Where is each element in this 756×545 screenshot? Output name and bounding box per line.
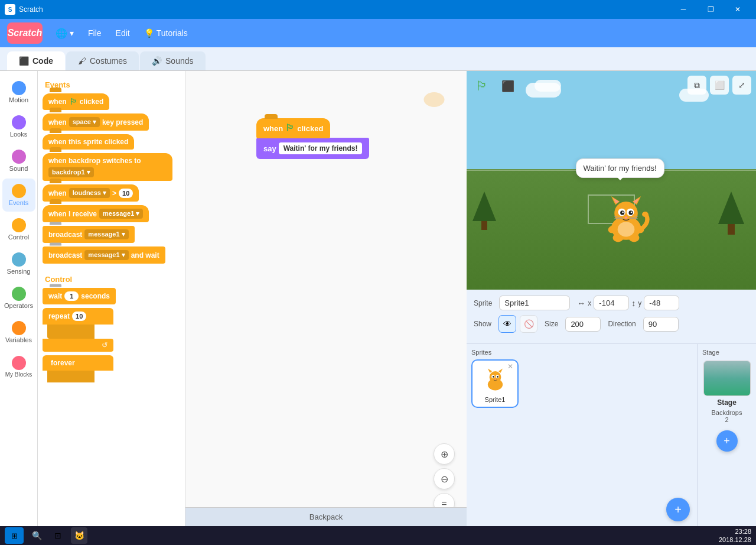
- file-label: File: [88, 28, 102, 38]
- normal-stage-button[interactable]: ⬜: [710, 76, 729, 95]
- backdrop-dropdown[interactable]: backdrop1 ▾: [48, 167, 94, 177]
- block-broadcast-wait[interactable]: broadcast message1 ▾ and wait: [43, 246, 165, 264]
- menubar: Scratch 🌐 ▾ File Edit 💡 Tutorials: [0, 19, 756, 47]
- window-title: Scratch: [19, 5, 43, 14]
- taskbar-left: ⊞ 🔍 ⊡ 🐱: [5, 527, 87, 544]
- sprite-name-input[interactable]: [499, 296, 570, 310]
- canvas-block-when-clicked[interactable]: when 🏳 clicked: [256, 118, 330, 138]
- show-visible-button[interactable]: 👁: [498, 315, 516, 333]
- sidebar-item-control[interactable]: Control: [2, 213, 35, 246]
- canvas-block-say[interactable]: say Waitin' for my friends!: [256, 138, 369, 159]
- tab-costumes[interactable]: 🖌 Costumes: [66, 51, 139, 70]
- start-button[interactable]: ⊞: [5, 527, 24, 544]
- tutorials-menu[interactable]: 💡 Tutorials: [138, 25, 194, 41]
- block-row-wait: wait 1 seconds: [38, 286, 185, 306]
- add-sprite-button[interactable]: +: [666, 498, 690, 521]
- repeat-header[interactable]: repeat 10: [43, 308, 113, 325]
- block-backdrop[interactable]: when backdrop switches to backdrop1 ▾: [43, 153, 172, 181]
- sidebar-item-myblocks[interactable]: My Blocks: [2, 350, 35, 383]
- logo-text: Scratch: [8, 28, 43, 38]
- zoom-out-button[interactable]: ⊖: [434, 468, 455, 489]
- backdrops-label: Backdrops: [712, 409, 742, 416]
- wait-value-input[interactable]: 1: [64, 291, 79, 301]
- taskview-icon[interactable]: ⊡: [50, 527, 66, 544]
- add-backdrop-button[interactable]: +: [716, 430, 738, 452]
- direction-input[interactable]: [643, 317, 679, 332]
- show-toggle: 👁 🚫: [498, 315, 537, 333]
- loudness-value-input[interactable]: 10: [119, 189, 133, 198]
- broadcast-dropdown[interactable]: message1 ▾: [84, 229, 128, 239]
- space-key-dropdown[interactable]: space ▾: [69, 117, 100, 127]
- sprite-info-row2: Show 👁 🚫 Size Direction: [474, 315, 749, 333]
- tab-code[interactable]: ⬛ Code: [7, 51, 65, 70]
- y-input[interactable]: [644, 296, 679, 310]
- svg-point-3: [614, 202, 638, 225]
- sprites-panel: Sprites ✕: [467, 344, 756, 526]
- green-flag-button[interactable]: 🏳: [471, 76, 493, 97]
- minimize-button[interactable]: ─: [670, 0, 697, 19]
- costumes-tab-icon: 🖌: [78, 56, 86, 66]
- repeat-footer: ↺: [43, 339, 113, 352]
- zoom-in-button[interactable]: ⊕: [434, 443, 455, 465]
- broadcast-wait-dropdown[interactable]: message1 ▾: [84, 250, 128, 260]
- size-input[interactable]: [565, 317, 601, 332]
- sprite-card-close-button[interactable]: ✕: [506, 362, 515, 371]
- maximize-button[interactable]: ❐: [697, 0, 724, 19]
- scratch-logo: Scratch: [7, 22, 43, 44]
- repeat-value-input[interactable]: 10: [72, 312, 86, 321]
- taskbar-right: 23:28 2018.12.28: [719, 527, 751, 544]
- stop-button[interactable]: ⬛: [497, 76, 519, 97]
- sidebar-item-sound[interactable]: Sound: [2, 144, 35, 177]
- block-receive[interactable]: when I receive message1 ▾: [43, 205, 149, 222]
- canvas-say-value[interactable]: Waitin' for my friends!: [279, 142, 363, 154]
- file-menu[interactable]: File: [82, 25, 107, 41]
- taskbar-time: 23:28 2018.12.28: [719, 527, 751, 544]
- sprite-card-sprite1[interactable]: ✕: [471, 359, 519, 408]
- backpack-bar[interactable]: Backpack: [185, 507, 467, 526]
- block-broadcast[interactable]: broadcast message1 ▾: [43, 226, 135, 243]
- sidebar-item-motion[interactable]: Motion: [2, 76, 35, 109]
- block-clicked-text: clicked: [80, 98, 104, 106]
- operators-dot: [12, 287, 26, 301]
- block-forever[interactable]: forever: [43, 355, 113, 382]
- svg-point-12: [622, 212, 624, 213]
- sidebar-item-variables[interactable]: Variables: [2, 316, 35, 349]
- fullscreen-button[interactable]: ⤢: [732, 76, 751, 95]
- y-label: y: [638, 299, 641, 307]
- search-taskbar-icon[interactable]: 🔍: [28, 527, 45, 544]
- sidebar-item-sensing[interactable]: Sensing: [2, 247, 35, 280]
- scratch-taskbar-icon[interactable]: 🐱: [71, 527, 87, 544]
- direction-label: Direction: [608, 320, 636, 328]
- stage-view-controls: ⧉ ⬜ ⤢: [687, 76, 751, 95]
- variables-dot: [12, 321, 26, 335]
- backdrops-number: 2: [725, 416, 728, 423]
- sound-label: Sound: [9, 165, 28, 172]
- stage-controls: 🏳 ⬛: [471, 76, 519, 97]
- close-button[interactable]: ✕: [724, 0, 751, 19]
- globe-menu[interactable]: 🌐 ▾: [50, 24, 80, 43]
- show-hidden-button[interactable]: 🚫: [520, 315, 537, 333]
- canvas-say-text: say: [263, 144, 276, 153]
- loudness-dropdown[interactable]: loudness ▾: [69, 188, 110, 198]
- code-tab-icon: ⬛: [19, 56, 29, 66]
- svg-marker-27: [487, 368, 491, 372]
- sidebar-item-looks[interactable]: Looks: [2, 110, 35, 143]
- x-input[interactable]: [594, 296, 629, 310]
- broadcast-text: broadcast: [48, 231, 82, 239]
- canvas-block-say-wrapper: say Waitin' for my friends!: [256, 138, 369, 159]
- block-wait[interactable]: wait 1 seconds: [43, 288, 116, 304]
- block-row-backdrop: when backdrop switches to backdrop1 ▾: [38, 151, 185, 183]
- forever-header[interactable]: forever: [43, 355, 113, 371]
- block-when-text: when: [48, 98, 67, 106]
- script-area[interactable]: when 🏳 clicked say Waitin' for my friend…: [185, 71, 467, 526]
- sidebar-item-events[interactable]: Events: [2, 179, 35, 212]
- tab-sounds[interactable]: 🔊 Sounds: [140, 51, 205, 70]
- sounds-tab-label: Sounds: [165, 56, 193, 66]
- receive-dropdown[interactable]: message1 ▾: [99, 209, 143, 219]
- block-repeat[interactable]: repeat 10 ↺: [43, 308, 113, 352]
- sidebar-item-operators[interactable]: Operators: [2, 281, 35, 314]
- stage-mini-preview[interactable]: [703, 361, 751, 396]
- small-stage-button[interactable]: ⧉: [687, 76, 706, 95]
- titlebar: S Scratch ─ ❐ ✕: [0, 0, 756, 19]
- edit-menu[interactable]: Edit: [110, 25, 136, 41]
